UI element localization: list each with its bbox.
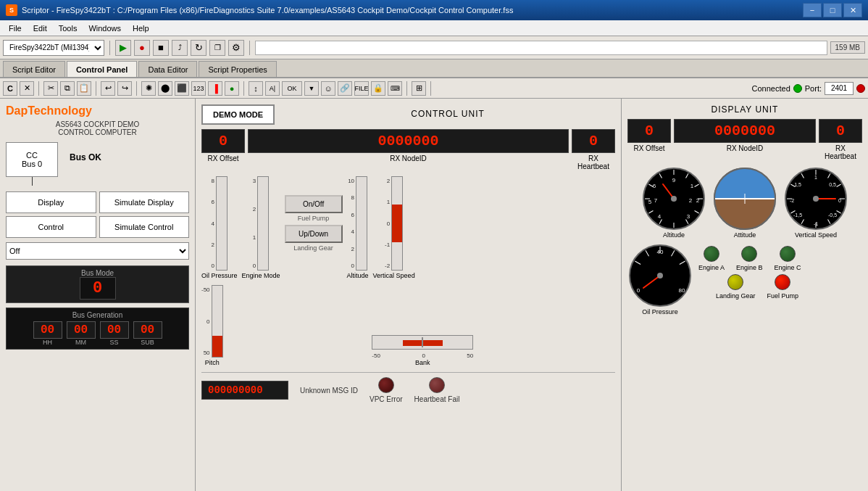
tab-data-editor[interactable]: Data Editor <box>138 61 197 77</box>
svg-text:80: 80 <box>679 287 685 294</box>
stop-button[interactable]: ■ <box>153 40 169 56</box>
menu-edit[interactable]: Edit <box>28 22 53 34</box>
tb2-dropdown-button[interactable]: ▼ <box>304 81 319 96</box>
msg-id-display: 000000000 <box>201 381 288 400</box>
cc-bus-box: CC Bus 0 <box>6 142 58 177</box>
refresh-button[interactable]: ↻ <box>191 40 206 56</box>
tb2-face-button[interactable]: ☺ <box>321 81 335 96</box>
tb2-sep3 <box>136 81 137 96</box>
toolbar1: FireSpy3422bT (Mil1394) ▶ ● ■ ⤴ ↻ ❐ ⚙ 15… <box>0 36 868 59</box>
ss-display: 00 <box>100 321 129 339</box>
fullscreen-button[interactable]: ❐ <box>209 40 225 56</box>
control-button[interactable]: Control <box>6 216 96 238</box>
connected-dot <box>793 84 802 93</box>
tb2-sep6 <box>430 81 431 96</box>
display-unit-title: DISPLAY UNIT <box>627 104 862 115</box>
port-input[interactable] <box>825 82 854 95</box>
tabs-bar: Script Editor Control Panel Data Editor … <box>0 59 868 78</box>
progress-bar <box>255 41 827 55</box>
tb2-file-button[interactable]: FILE <box>354 81 369 96</box>
menu-windows[interactable]: Windows <box>83 22 127 34</box>
app-icon: S <box>6 4 17 16</box>
step-button[interactable]: ⤴ <box>172 40 188 56</box>
tb2-ok-button[interactable]: OK <box>282 81 302 96</box>
tab-script-editor[interactable]: Script Editor <box>3 61 65 77</box>
tb2-circle-button[interactable]: ⬤ <box>158 81 172 96</box>
rx-heartbeat-display: 0 <box>572 129 615 153</box>
minimize-button[interactable]: − <box>803 3 822 17</box>
vertical-speed-analog-gauge: 1 0,5 0 -0,5 -1 -1,5 -2 1,5 <box>783 166 848 239</box>
sub-label: SUB <box>141 339 154 346</box>
mode-dropdown[interactable]: Off <box>6 242 189 260</box>
record-button[interactable]: ● <box>134 40 150 56</box>
pitch-gauge: -50050 Pitch <box>201 285 223 366</box>
rx-nodeid-display: 0000000 <box>248 129 569 153</box>
memory-label: 159 MB <box>830 41 865 54</box>
simulate-display-button[interactable]: Simulate Display <box>99 191 190 213</box>
menu-tools[interactable]: Tools <box>53 22 83 34</box>
tb2-stop2-button[interactable]: ⬛ <box>175 81 189 96</box>
fuel-pump-label: Fuel Pump <box>298 215 330 222</box>
fuel-pump-light <box>775 274 790 290</box>
tb2-grid-button[interactable]: ⊞ <box>412 81 426 96</box>
tb2-undo-button[interactable]: ↩ <box>101 81 115 96</box>
bus-ok-label: Bus OK <box>70 152 101 162</box>
toolbar2: C ✕ ✂ ⧉ 📋 ↩ ↪ ✺ ⬤ ⬛ 123 ▐ ● ↕ A| OK ▼ ☺ … <box>0 78 868 99</box>
tb2-green-button[interactable]: ● <box>225 81 239 96</box>
menu-help[interactable]: Help <box>127 22 155 34</box>
svg-point-66 <box>657 273 663 278</box>
engine-b-light <box>741 246 757 262</box>
device-select[interactable]: FireSpy3422bT (Mil1394) <box>3 40 104 56</box>
subtitle: AS5643 COCKPIT DEMO CONTROL COMPUTER <box>6 120 189 136</box>
engine-mode-gauge: 3210 Engine Mode <box>242 176 280 279</box>
tab-script-properties[interactable]: Script Properties <box>199 61 276 77</box>
close-button[interactable]: ✕ <box>843 3 862 17</box>
display-button[interactable]: Display <box>6 191 96 213</box>
svg-point-23 <box>671 196 677 202</box>
tb2-lock-button[interactable]: 🔒 <box>371 81 385 96</box>
error-dot <box>856 84 865 93</box>
menu-file[interactable]: File <box>3 22 28 34</box>
tb2-a-button[interactable]: A| <box>265 81 280 96</box>
tab-control-panel[interactable]: Control Panel <box>67 61 138 77</box>
tb2-arr-button[interactable]: ↕ <box>249 81 263 96</box>
sep1 <box>109 41 110 55</box>
svg-text:2: 2 <box>689 197 693 204</box>
up-down-button[interactable]: Up/Down <box>285 225 343 243</box>
tb2-keyboard-button[interactable]: ⌨ <box>388 81 402 96</box>
tb2-c-button[interactable]: C <box>3 81 17 96</box>
svg-text:1: 1 <box>690 183 694 189</box>
simulate-control-button[interactable]: Simulate Control <box>99 216 190 238</box>
landing-gear-ctrl-label: Landing Gear <box>293 244 333 252</box>
svg-text:3: 3 <box>687 213 690 220</box>
on-off-button[interactable]: On/Off <box>285 195 343 213</box>
tb2-cut-button[interactable]: ✂ <box>43 81 58 96</box>
tb2-redo-button[interactable]: ↪ <box>117 81 132 96</box>
tb2-copy-button[interactable]: ⧉ <box>60 81 75 96</box>
bus-mode-label: Bus Mode <box>9 269 185 277</box>
settings-button[interactable]: ⚙ <box>228 40 244 56</box>
vpc-error-light <box>378 377 394 393</box>
tb2-num-button[interactable]: 123 <box>191 81 206 96</box>
maximize-button[interactable]: □ <box>823 3 842 17</box>
tb2-link-button[interactable]: 🔗 <box>338 81 352 96</box>
engine-c-light <box>780 246 796 262</box>
du-rx-offset-label: RX Offset <box>627 144 671 160</box>
svg-text:4: 4 <box>658 213 662 220</box>
tb2-sep1 <box>38 81 39 96</box>
play-button[interactable]: ▶ <box>115 40 131 56</box>
tb2-x-button[interactable]: ✕ <box>20 81 34 96</box>
tb2-paste-button[interactable]: 📋 <box>77 81 91 96</box>
oil-pressure-analog-gauge: 0 40 80 Oil Pressure <box>627 243 693 315</box>
landing-gear-light <box>727 274 743 290</box>
sep2 <box>249 41 250 55</box>
du-fuel-pump-label: Fuel Pump <box>767 292 799 300</box>
ss-label: SS <box>109 339 118 346</box>
du-rx-heartbeat-label: RX Heartbeat <box>819 144 862 160</box>
tb2-bar-button[interactable]: ▐ <box>208 81 222 96</box>
unknown-msg-label: Unknown MSG ID <box>300 387 358 395</box>
tb2-sun-button[interactable]: ✺ <box>141 81 156 96</box>
connection-status: Connected Port: <box>752 82 865 95</box>
demo-mode-button[interactable]: DEMO MODE <box>201 104 275 125</box>
engine-a-label: Engine A <box>698 264 725 271</box>
